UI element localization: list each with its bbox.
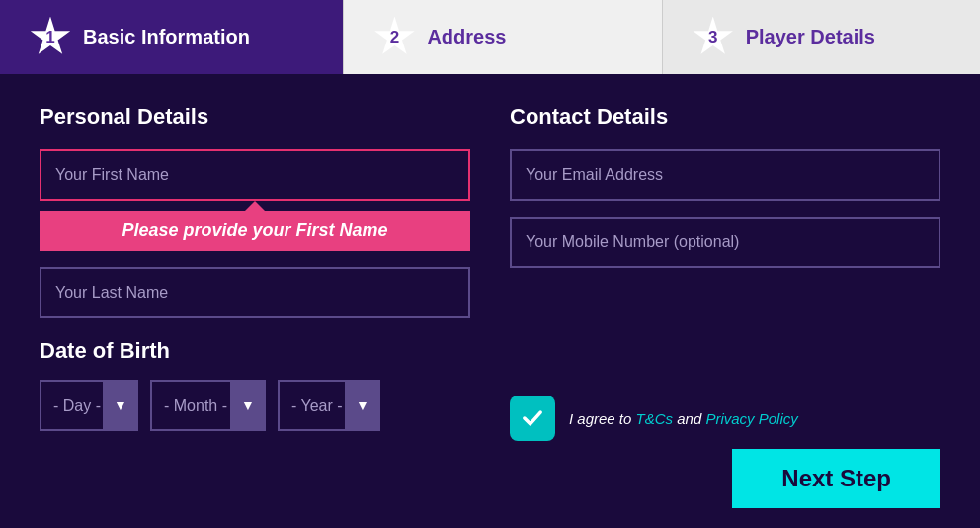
day-select-wrapper: - Day - ▼	[40, 380, 138, 431]
step-2-label: Address	[427, 26, 506, 48]
year-select[interactable]: - Year -	[278, 380, 380, 431]
day-select[interactable]: - Day -	[40, 380, 138, 431]
step-2[interactable]: 2 Address	[343, 0, 661, 74]
left-panel: Personal Details Please provide your Fir…	[40, 104, 470, 508]
step-1-label: Basic Information	[83, 26, 250, 48]
right-bottom: I agree to T&Cs and Privacy Policy Next …	[510, 386, 940, 508]
step-1[interactable]: 1 Basic Information	[0, 0, 343, 74]
step-2-badge: 2	[373, 17, 415, 58]
email-input[interactable]	[510, 149, 940, 201]
step-1-badge: 1	[30, 17, 71, 58]
step-3-label: Player Details	[746, 26, 875, 48]
dob-selects: - Day - ▼ - Month - ▼ - Year - ▼	[40, 380, 470, 431]
mobile-input[interactable]	[510, 217, 940, 268]
agree-checkbox[interactable]	[510, 396, 555, 441]
next-step-button[interactable]: Next Step	[732, 449, 940, 508]
next-step-row: Next Step	[510, 449, 940, 508]
year-select-wrapper: - Year - ▼	[278, 380, 380, 431]
first-name-error: Please provide your First Name	[40, 211, 470, 251]
agree-text: I agree to T&Cs and Privacy Policy	[569, 410, 798, 427]
agree-row: I agree to T&Cs and Privacy Policy	[510, 386, 940, 441]
month-select[interactable]: - Month -	[150, 380, 266, 431]
step-3[interactable]: 3 Player Details	[662, 0, 980, 74]
first-name-input[interactable]	[40, 149, 470, 201]
step-3-badge: 3	[693, 17, 734, 58]
personal-details-title: Personal Details	[40, 104, 470, 130]
contact-details-title: Contact Details	[510, 104, 940, 130]
steps-header: 1 Basic Information 2 Address 3 Player D…	[0, 0, 980, 74]
right-panel: Contact Details I agree to T&Cs and Priv…	[510, 104, 940, 508]
last-name-input[interactable]	[40, 267, 470, 318]
main-content: Personal Details Please provide your Fir…	[0, 74, 980, 528]
dob-label: Date of Birth	[40, 338, 470, 364]
tc-link[interactable]: T&Cs	[636, 410, 674, 427]
month-select-wrapper: - Month - ▼	[150, 380, 266, 431]
privacy-link[interactable]: Privacy Policy	[705, 410, 797, 427]
